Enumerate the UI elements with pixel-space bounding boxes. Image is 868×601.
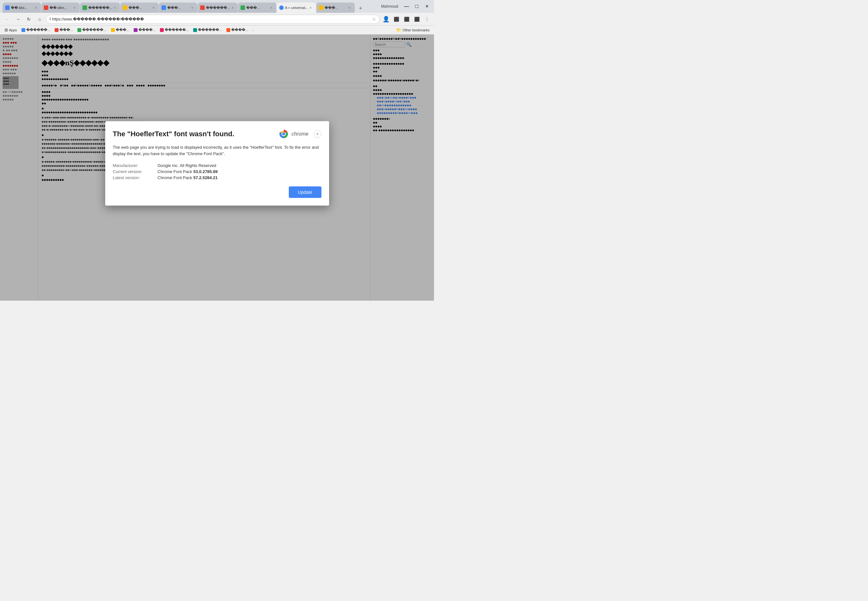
tab-4[interactable]: ���... ×	[120, 3, 159, 13]
bookmark-title-3: ������...	[82, 28, 106, 32]
reload-button[interactable]: ↻	[24, 15, 33, 24]
apps-label: Apps	[9, 28, 17, 32]
bookmark-favicon-5	[134, 28, 137, 32]
tab-9[interactable]: ���... ×	[316, 3, 355, 13]
font-warning-dialog: The "HoeflerText" font wasn't found.	[105, 121, 329, 206]
dialog-title: The "HoeflerText" font wasn't found.	[113, 130, 279, 138]
minimize-button[interactable]: —	[402, 2, 411, 11]
tab-title-4: ���...	[128, 6, 151, 10]
current-value: Chrome Font Pack 53.0.2785.89	[158, 169, 218, 174]
extension-icon-3[interactable]: ⬛	[412, 15, 421, 24]
latest-version: 57.2.5284.21	[194, 175, 218, 180]
bookmark-title-5: ����...	[139, 28, 156, 32]
tab-title-5: ���...	[167, 6, 190, 10]
bookmark-2[interactable]: ���...	[53, 27, 75, 33]
tab-2[interactable]: ��.diler... ×	[41, 3, 79, 13]
bookmarks-overflow: »	[252, 28, 254, 32]
maximize-button[interactable]: □	[412, 2, 421, 11]
bookmark-title-2: ���...	[59, 28, 73, 32]
maximize-icon: □	[415, 3, 418, 9]
dialog-details: Manufacturer: Google Inc. All Rights Res…	[113, 163, 322, 180]
profile-icon[interactable]: 👤	[381, 15, 391, 24]
toolbar: ← → ↻ ⌂ ℹ ☆ 👤 ⬛ ⬛ ⬛ ⋮	[0, 13, 434, 26]
current-version: 53.0.2785.89	[194, 169, 218, 174]
address-input[interactable]	[52, 17, 372, 21]
lock-icon: ℹ	[50, 17, 51, 21]
tab-close-6[interactable]: ×	[230, 5, 235, 10]
bookmark-favicon-1	[21, 28, 25, 32]
tab-favicon-4	[123, 5, 127, 10]
bookmark-title-8: ����...	[231, 28, 248, 32]
tab-close-5[interactable]: ×	[190, 5, 195, 10]
tab-close-2[interactable]: ×	[72, 5, 77, 10]
bookmark-6[interactable]: ������...	[158, 27, 191, 33]
dialog-header: The "HoeflerText" font wasn't found.	[113, 129, 322, 139]
bookmark-8[interactable]: ����...	[224, 27, 250, 33]
bookmark-title-4: ���...	[116, 28, 129, 32]
current-label: Current version:	[113, 169, 158, 174]
menu-icon[interactable]: ⋮	[423, 15, 432, 24]
latest-label: Latest version:	[113, 175, 158, 180]
forward-icon: →	[16, 17, 20, 22]
tab-1[interactable]: ��.bbs... ×	[3, 3, 41, 13]
extension-icon-1[interactable]: ⬛	[392, 15, 401, 24]
tab-title-2: ��.diler...	[50, 6, 72, 10]
bookmark-7[interactable]: ������...	[191, 27, 224, 33]
bookmark-3[interactable]: ������...	[75, 27, 108, 33]
dialog-close-button[interactable]: ×	[314, 130, 322, 138]
forward-button[interactable]: →	[14, 15, 22, 24]
new-tab-button[interactable]: +	[356, 4, 365, 13]
bookmark-favicon-2	[55, 28, 58, 32]
bookmark-1[interactable]: ������...	[20, 27, 52, 33]
window-close-button[interactable]: ×	[423, 2, 432, 11]
tab-title-7: ���...	[246, 6, 268, 10]
tab-6[interactable]: ������... ×	[198, 3, 238, 13]
latest-value: Chrome Font Pack 57.2.5284.21	[158, 175, 218, 180]
bookmark-title-6: ������...	[165, 28, 189, 32]
bookmark-title-1: ������...	[26, 28, 50, 32]
tab-favicon-7	[241, 5, 245, 10]
tab-favicon-3	[82, 5, 87, 10]
tab-5[interactable]: ���... ×	[159, 3, 197, 13]
back-icon: ←	[5, 17, 9, 22]
address-bar[interactable]: ℹ ☆	[46, 15, 380, 24]
detail-manufacturer: Manufacturer: Google Inc. All Rights Res…	[113, 163, 322, 168]
apps-grid-icon: ⊞	[5, 27, 8, 32]
bookmark-favicon-3	[78, 28, 81, 32]
other-bookmarks[interactable]: 📁 Other bookmarks	[394, 27, 432, 33]
dialog-brand: chrome ×	[279, 129, 321, 139]
bookmark-favicon-6	[160, 28, 164, 32]
username: Mahmoud	[381, 4, 398, 9]
tab-close-9[interactable]: ×	[347, 5, 352, 10]
current-value-text: Chrome Font Pack	[158, 169, 194, 174]
home-icon: ⌂	[38, 17, 41, 22]
manufacturer-label: Manufacturer:	[113, 163, 158, 168]
detail-latest: Latest version: Chrome Font Pack 57.2.52…	[113, 175, 322, 180]
bookmark-apps[interactable]: ⊞ Apps	[3, 27, 19, 33]
bookmark-5[interactable]: ����...	[132, 27, 157, 33]
tab-close-1[interactable]: ×	[33, 5, 38, 10]
tab-favicon-9	[319, 5, 323, 10]
tab-3[interactable]: ������... ×	[80, 3, 120, 13]
tab-close-4[interactable]: ×	[151, 5, 156, 10]
tab-7[interactable]: ���... ×	[238, 3, 276, 13]
extension-icon-2[interactable]: ⬛	[402, 15, 411, 24]
back-button[interactable]: ←	[3, 15, 12, 24]
toolbar-actions: 👤 ⬛ ⬛ ⬛ ⋮	[381, 15, 432, 24]
tab-close-7[interactable]: ×	[268, 5, 274, 10]
star-icon[interactable]: ☆	[372, 17, 376, 22]
bookmark-title-7: ������...	[198, 28, 222, 32]
latest-value-text: Chrome Font Pack	[158, 175, 194, 180]
tab-close-8[interactable]: ×	[308, 5, 313, 10]
bookmark-favicon-7	[193, 28, 197, 32]
chrome-logo	[279, 129, 289, 139]
update-button[interactable]: Update	[289, 186, 321, 198]
tab-8[interactable]: A « universal... ×	[277, 3, 316, 13]
reload-icon: ↻	[27, 17, 31, 22]
tab-title-8: A « universal...	[285, 6, 308, 9]
bookmark-4[interactable]: ���...	[109, 27, 131, 33]
tab-close-3[interactable]: ×	[112, 5, 117, 10]
svg-point-3	[282, 133, 285, 135]
tab-title-3: ������...	[88, 6, 112, 10]
home-button[interactable]: ⌂	[35, 15, 44, 24]
